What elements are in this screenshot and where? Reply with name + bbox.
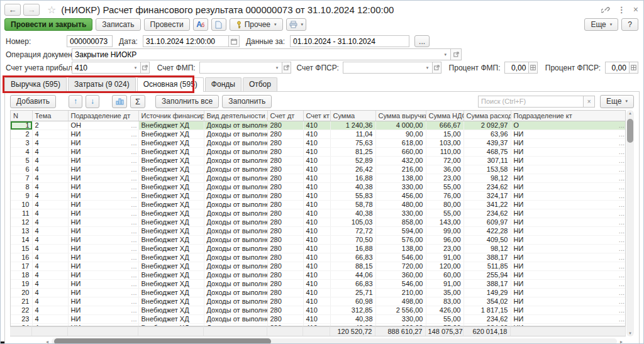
calculator-icon xyxy=(631,65,636,70)
grid-column-header[interactable]: N xyxy=(11,111,32,121)
period-more-button[interactable]: ... xyxy=(414,35,430,47)
move-down-button[interactable]: ↓ xyxy=(86,95,99,108)
grid-column-header[interactable]: Вид деятельности дт xyxy=(204,111,267,121)
table-row[interactable]: 6 4 НИ... Внебюджет ХД Доходы от выполне… xyxy=(11,165,626,174)
grid-column-header[interactable]: Источник финансирован... xyxy=(138,111,204,121)
back-button[interactable]: ← xyxy=(4,4,21,16)
menu-kebab-icon[interactable]: ⋮ xyxy=(618,5,626,14)
select-dropdown-icon[interactable]: ▾ xyxy=(133,65,138,70)
write-button[interactable]: Записать xyxy=(96,18,140,31)
fmp-percent-calc-button[interactable] xyxy=(529,62,538,74)
table-row[interactable]: 5 4 НИ... Внебюджет ХД Доходы от выполне… xyxy=(11,156,626,165)
table-row[interactable]: 4 4 НИ... Внебюджет ХД Доходы от выполне… xyxy=(11,147,626,156)
grid-column-header[interactable]: Тема xyxy=(32,111,68,121)
tab[interactable]: Отбор xyxy=(243,77,277,91)
horizontal-scroll-thumb[interactable] xyxy=(54,338,271,344)
table-row[interactable]: 9 4 НИ... Внебюджет ХД Доходы от выполне… xyxy=(11,191,626,200)
scroll-up-icon[interactable]: ▴ xyxy=(626,111,634,116)
select-dropdown-icon[interactable]: ▾ xyxy=(275,65,280,70)
number-input[interactable]: 000000073 xyxy=(67,35,113,47)
grid-column-header[interactable]: Подразделение дт xyxy=(68,111,138,121)
search-input[interactable] xyxy=(478,96,584,108)
grid-column-header[interactable]: Счет дт xyxy=(267,111,303,121)
fmp-percent-input[interactable]: 0,00 xyxy=(504,62,529,74)
table-row[interactable]: 15 4 НИ... Внебюджет ХД Доходы от выполн… xyxy=(11,244,626,253)
table-row[interactable]: 22 4 НИ... Внебюджет ХД Доходы от выполн… xyxy=(11,306,626,314)
calendar-button[interactable] xyxy=(229,35,240,47)
table-row[interactable]: 10 4 НИ... Внебюджет ХД Доходы от выполн… xyxy=(11,200,626,209)
table-row[interactable]: 7 4 НИ... Внебюджет ХД Доходы от выполне… xyxy=(11,174,626,182)
grid-column-header[interactable]: Счет кт xyxy=(303,111,330,121)
sum-button[interactable]: Σ xyxy=(130,95,145,108)
grid-column-header[interactable]: Сумма расходов xyxy=(464,111,511,121)
grid-column-header[interactable]: Сумма выручки xyxy=(375,111,426,121)
vertical-scroll-thumb[interactable] xyxy=(627,119,633,143)
fmp-account-open-button[interactable] xyxy=(282,62,291,74)
select-dropdown-icon[interactable]: ▾ xyxy=(425,65,430,70)
table-row[interactable]: 12 4 НИ... Внебюджет ХД Доходы от выполн… xyxy=(11,218,626,226)
more-button-top[interactable]: Еще▾ xyxy=(584,18,618,31)
tab[interactable]: Основная (595) xyxy=(137,77,204,92)
table-row[interactable]: 17 4 НИ... Внебюджет ХД Доходы от выполн… xyxy=(11,262,626,270)
grid-column-header[interactable]: Сумма НДС xyxy=(426,111,464,121)
table-row[interactable]: 23 4 НИ... Внебюджет ХД Доходы от выполн… xyxy=(11,314,626,323)
post-button[interactable]: Провести xyxy=(144,18,190,31)
table-row[interactable]: 14 4 НИ... Внебюджет ХД Доходы от выполн… xyxy=(11,235,626,244)
truncation-dots: ... xyxy=(131,262,136,270)
table-row[interactable]: 13 4 НИ... Внебюджет ХД Доходы от выполн… xyxy=(11,226,626,235)
table-row[interactable]: 11 4 НИ... Внебюджет ХД Доходы от выполн… xyxy=(11,209,626,218)
chart-button[interactable] xyxy=(112,95,127,108)
open-icon xyxy=(142,65,148,70)
move-up-button[interactable]: ↑ xyxy=(69,95,82,108)
help-button[interactable]: ? xyxy=(621,18,638,31)
forward-button[interactable]: → xyxy=(23,4,40,16)
horizontal-scrollbar[interactable]: ◂ ▸ xyxy=(10,338,626,344)
scroll-left-icon[interactable]: ◂ xyxy=(43,339,52,344)
operation-open-button[interactable] xyxy=(451,48,462,60)
scroll-down-icon[interactable]: ▾ xyxy=(626,331,634,336)
link-icon[interactable] xyxy=(601,5,610,14)
truncation-dots: ... xyxy=(619,201,625,208)
grid-column-header[interactable]: Подразделение кт xyxy=(511,111,626,121)
open-icon xyxy=(434,65,440,70)
table-row[interactable]: 16 4 НИ... Внебюджет ХД Доходы от выполн… xyxy=(11,253,626,262)
table-row[interactable]: 3 4 НИ... Внебюджет ХД Доходы от выполне… xyxy=(11,138,626,147)
post-and-close-button[interactable]: Провести и закрыть xyxy=(4,18,92,31)
profit-account-open-button[interactable] xyxy=(141,62,150,74)
table-row[interactable]: 8 4 НИ... Внебюджет ХД Доходы от выполне… xyxy=(11,182,626,191)
profit-account-input[interactable]: 410▾ xyxy=(72,62,141,74)
document-structure-button[interactable] xyxy=(211,18,226,31)
other-menu-button[interactable]: Прочее▾ xyxy=(230,18,283,31)
tab[interactable]: Затраты (9 024) xyxy=(68,77,136,91)
fpsr-account-open-button[interactable] xyxy=(433,62,441,74)
fill-button[interactable]: Заполнить xyxy=(222,95,272,108)
fpsr-account-input[interactable]: ▾ xyxy=(343,62,433,74)
tab[interactable]: Выручка (595) xyxy=(4,77,67,91)
table-row[interactable]: 1 2 ОН... Внебюджет ХД Доходы от выполне… xyxy=(11,121,626,130)
add-row-button[interactable]: Добавить xyxy=(10,95,56,108)
fpsr-percent-input[interactable]: 0,00 xyxy=(605,62,630,74)
table-row[interactable]: 19 4 НИ... Внебюджет ХД Доходы от выполн… xyxy=(11,279,626,288)
fpsr-percent-calc-button[interactable] xyxy=(630,62,638,74)
vertical-scrollbar[interactable]: ▴ ▾ xyxy=(626,110,634,336)
postings-button[interactable]: Аб xyxy=(193,18,208,31)
favorites-star-icon[interactable]: ☆ xyxy=(47,4,56,16)
table-row[interactable]: 18 4 НИ... Внебюджет ХД Доходы от выполн… xyxy=(11,270,626,279)
close-icon[interactable]: × xyxy=(633,4,638,14)
select-dropdown-icon[interactable]: ▾ xyxy=(443,52,448,57)
operation-input[interactable]: Закрытие НИОКР▾ xyxy=(72,48,451,60)
print-button[interactable]: ▾ xyxy=(286,18,307,31)
table-row[interactable]: 20 4 НИ... Внебюджет ХД Доходы от выполн… xyxy=(11,288,626,297)
period-input[interactable]: 01.10.2024 - 31.10.2024 xyxy=(290,35,409,47)
table-row[interactable]: 2 4 НИ... Внебюджет ХД Доходы от выполне… xyxy=(11,130,626,138)
grid-more-button[interactable]: Еще▾ xyxy=(600,95,634,108)
search-clear-button[interactable]: × xyxy=(584,96,595,108)
scroll-right-icon[interactable]: ▸ xyxy=(617,339,626,344)
date-input[interactable]: 31.10.2024 12:00:00 xyxy=(143,35,229,47)
fill-all-button[interactable]: Заполнить все xyxy=(155,95,219,108)
fmp-account-input[interactable]: ▾ xyxy=(199,62,282,74)
chevron-down-icon: ▾ xyxy=(610,22,613,27)
tab[interactable]: Фонды xyxy=(205,77,242,91)
table-row[interactable]: 21 4 НИ... Внебюджет ХД Доходы от выполн… xyxy=(11,297,626,306)
grid-column-header[interactable]: Сумма xyxy=(330,111,375,121)
